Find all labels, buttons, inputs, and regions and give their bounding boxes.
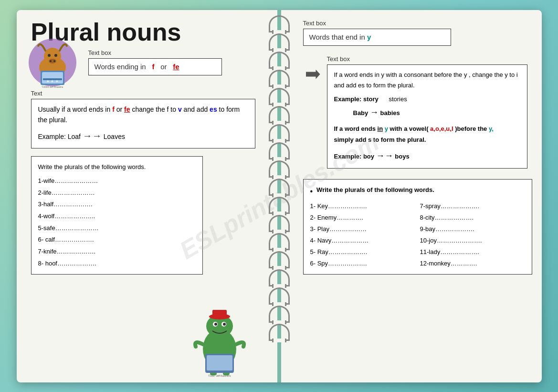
rule-box-right: If a word ends in y with a consonant bef…	[327, 64, 527, 169]
spiral-loop-16	[269, 287, 290, 305]
svg-text:©1997 Jeff Raschkirs: ©1997 Jeff Raschkirs	[208, 374, 231, 377]
spiral-loop-10	[269, 179, 290, 196]
spiral-loop-13	[269, 233, 290, 250]
ex2-1: 1- Key……………….	[310, 201, 415, 212]
ex2-12: 12-monkey………….	[420, 258, 525, 269]
svg-point-3	[48, 54, 51, 57]
exercise-item-6: 6- calf……………….	[38, 234, 196, 246]
spiral-loop-1	[269, 15, 290, 32]
spiral-loop-6	[269, 106, 290, 123]
exercise-item-4: 4-wolf………………..	[38, 211, 196, 222]
ex2-8: 8-city……………….	[420, 212, 525, 223]
spiral-loop-18	[269, 324, 290, 341]
right-textbox1: Words that end in y	[303, 29, 451, 46]
ex2-7: 7-spray……………….	[420, 201, 525, 212]
textbox-or: or	[157, 63, 171, 71]
svg-point-4	[54, 54, 57, 57]
right-tb1-pre: Words that end in	[309, 33, 367, 41]
svg-rect-16	[212, 310, 227, 317]
text-label: Text	[31, 90, 255, 97]
rule-line1: Usually if a word ends in f or fe change…	[38, 104, 248, 126]
left-textbox: Words ending in f or fe	[88, 58, 222, 75]
notebook: Plural nouns	[17, 10, 542, 382]
ex2-6: 6- Spy……………….	[310, 258, 415, 269]
rule2-example2: Baby → babies	[353, 105, 520, 120]
bull-illustration: ✦ ✦ ✦ ©2000 Jeff Braskins	[26, 36, 79, 89]
spiral-loop-17	[269, 306, 290, 323]
svg-point-7	[53, 60, 55, 62]
spiral-loop-11	[269, 197, 290, 214]
svg-text:©2000 Jeff Braskins: ©2000 Jeff Braskins	[42, 85, 63, 88]
ex2-9: 9-bay……………….	[420, 223, 525, 235]
ex2-3: 3- Play………………	[310, 223, 415, 235]
svg-point-20	[223, 323, 226, 326]
spiral-loop-9	[269, 160, 290, 178]
spiral-loop-5	[269, 88, 290, 105]
exercise-item-7: 7-knife……………….	[38, 246, 196, 258]
example-result: Loaves	[104, 133, 125, 140]
exercise-item-5: 5-safe…………………	[38, 222, 196, 234]
spiral-loop-7	[269, 124, 290, 141]
arrow-loaf: →→	[83, 130, 102, 141]
right-arrow-icon	[303, 70, 323, 79]
spiral-loop-4	[269, 70, 290, 87]
svg-point-19	[214, 323, 217, 326]
exercise-title: Write the plurals of the following words…	[38, 161, 196, 173]
textbox-f: f	[152, 63, 154, 71]
spiral-loop-2	[269, 33, 290, 51]
left-textbox-label: Text box	[88, 49, 255, 56]
rule-v: v	[178, 106, 182, 113]
bullet: •	[310, 184, 313, 199]
spiral-loop-12	[269, 215, 290, 232]
rule-example: Example: Loaf →→ Loaves	[38, 128, 248, 143]
rule2-example1: Example: story stories	[334, 94, 520, 105]
left-page: Plural nouns	[17, 10, 265, 382]
rule-es: es	[210, 106, 217, 113]
exercise2-columns: 1- Key………………. 2- Enemy…………. 3- Play………………	[310, 201, 525, 269]
rule2-p3: simply add s to form the plural.	[334, 135, 520, 146]
rule-fe: fe	[124, 106, 130, 113]
ex2-5: 5- Ray……………….	[310, 246, 415, 258]
exercise2-col2: 7-spray………………. 8-city………………. 9-bay…………………	[420, 201, 525, 269]
dino-illustration: ≡≡≡ ©1997 Jeff Raschkirs	[189, 306, 251, 373]
exercise-box-left: Write the plurals of the following words…	[31, 156, 203, 275]
ex2-4: 4- Navy………………	[310, 235, 415, 246]
exercise2-col1: 1- Key………………. 2- Enemy…………. 3- Play………………	[310, 201, 415, 269]
spiral-loop-15	[269, 269, 290, 286]
exercise2-title: Write the plurals of the following words…	[316, 184, 434, 196]
spiral-loop-3	[269, 52, 290, 69]
svg-point-6	[50, 60, 52, 62]
rule2-example3: Example: boy →→ boys	[334, 148, 520, 164]
rule2-p1: If a word ends in y with a consonant bef…	[334, 70, 520, 92]
spiral-loop-8	[269, 142, 290, 159]
example-label: Example: Loaf	[38, 133, 83, 140]
spiral-loop-14	[269, 251, 290, 268]
ex2-11: 11-lady……………….	[420, 246, 525, 258]
right-tb1-y: y	[367, 33, 371, 41]
right-textbox-label1: Text box	[303, 20, 532, 27]
exercise-item-2: 2-life…………………	[38, 187, 196, 199]
textbox-pre: Words ending in	[95, 63, 150, 71]
rule-section: Usually if a word ends in f or fe change…	[31, 99, 255, 149]
ex2-2: 2- Enemy………….	[310, 212, 415, 223]
spiral-binding	[265, 10, 294, 382]
ex2-10: 10-joy………………….	[420, 235, 525, 246]
exercise-item-8: 8- hoof……………….	[38, 258, 196, 270]
svg-rect-24	[207, 355, 232, 371]
textbox-fe: fe	[173, 63, 179, 71]
exercise-item-1: 1-wife…………………	[38, 175, 196, 187]
right-textbox-label2: Text box	[327, 55, 527, 63]
exercise-box-right: • Write the plurals of the following wor…	[303, 179, 532, 275]
rule2-p2: If a word ends in y with a vowel( a,o,e,…	[334, 124, 520, 135]
right-page: Text box Words that end in y Text box If…	[294, 10, 542, 382]
svg-text:✦ ✦ ✦: ✦ ✦ ✦	[46, 79, 58, 84]
rule-f: f	[112, 106, 115, 113]
exercise-item-3: 3-half……………….	[38, 199, 196, 211]
